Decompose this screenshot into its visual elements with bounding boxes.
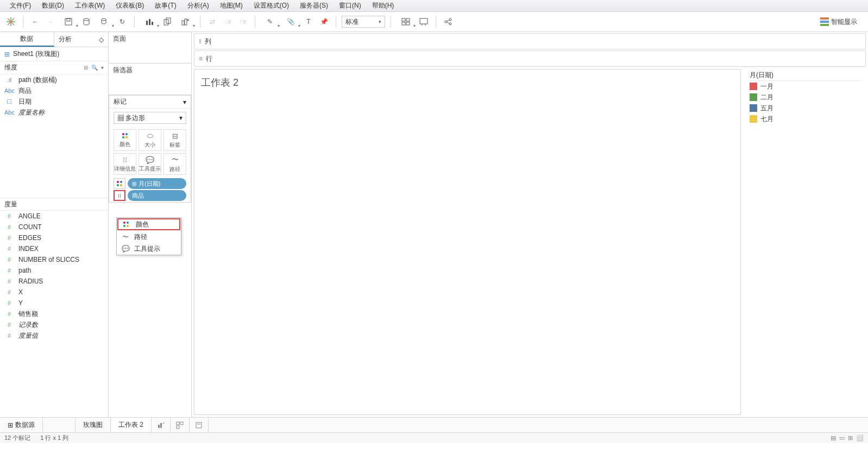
new-datasource-icon[interactable] [80, 15, 93, 28]
presentation-icon[interactable] [417, 15, 430, 28]
field-label: RADIUS [18, 278, 104, 285]
pill-pre-color-icon[interactable] [114, 178, 125, 189]
menu-data[interactable]: 数据(D) [36, 0, 70, 11]
label-icon[interactable]: T [302, 15, 315, 28]
dimension-field[interactable]: Abc度量名称 [0, 107, 108, 118]
tab-datasource[interactable]: ⊞数据源 [0, 418, 43, 432]
filters-shelf[interactable]: 筛选器 [109, 64, 191, 77]
measure-field[interactable]: #NUMBER of SLICCS [0, 254, 108, 265]
smart-show-button[interactable]: 智能显示 [820, 17, 864, 27]
duplicate-icon[interactable] [161, 15, 174, 28]
group-icon[interactable]: 📎 [281, 15, 300, 28]
pill-pre-detail-icon[interactable]: ⁝⁝ [114, 190, 125, 201]
swap-icon[interactable]: ⇄ [206, 15, 219, 28]
pill-product[interactable]: ⁝⁝ 商品 [114, 190, 186, 201]
sort-desc-icon[interactable]: ↑≡ [236, 15, 249, 28]
context-item-color[interactable]: 颜色 [117, 218, 180, 230]
menubar[interactable]: 文件(F) 数据(D) 工作表(W) 仪表板(B) 故事(T) 分析(A) 地图… [0, 0, 868, 12]
view-grid-icon[interactable]: ⊞ [848, 434, 853, 442]
dimension-field[interactable]: ☐日期 [0, 96, 108, 107]
highlight-icon[interactable]: ✎ [261, 15, 279, 28]
measure-field[interactable]: #度量值 [0, 330, 108, 341]
svg-rect-41 [158, 425, 160, 428]
view-full-icon[interactable]: ⬜ [856, 434, 864, 442]
context-menu[interactable]: 颜色 〜路径 💬工具提示 [116, 217, 181, 255]
logo-icon[interactable] [4, 15, 17, 28]
context-item-path[interactable]: 〜路径 [117, 231, 181, 243]
tab-rose[interactable]: 玫瑰图 [76, 418, 111, 432]
measure-field[interactable]: #INDEX [0, 243, 108, 254]
measure-field[interactable]: #COUNT [0, 222, 108, 232]
legend-item[interactable]: 五月 [750, 103, 861, 114]
tab-analysis[interactable]: 分析◇ [54, 32, 109, 47]
measure-field[interactable]: #EDGES [0, 232, 108, 243]
menu-server[interactable]: 服务器(S) [294, 0, 334, 11]
forward-icon[interactable]: → [44, 15, 57, 28]
new-worksheet-icon[interactable] [140, 15, 159, 28]
clear-icon[interactable] [176, 15, 194, 28]
refresh-icon[interactable] [95, 15, 114, 28]
save-icon[interactable] [59, 15, 78, 28]
menu-worksheet[interactable]: 工作表(W) [70, 0, 110, 11]
mark-type-selector[interactable]: ▦ 多边形▾ [114, 112, 186, 124]
menu-caret-icon[interactable]: ▾ [101, 65, 104, 71]
measure-field[interactable]: #X [0, 287, 108, 298]
new-story-tab-icon[interactable] [190, 418, 209, 432]
tab-worksheet2[interactable]: 工作表 2 [111, 418, 152, 432]
view-film-icon[interactable]: ▤ [831, 434, 836, 442]
measure-field[interactable]: #path [0, 265, 108, 276]
new-dashboard-tab-icon[interactable] [171, 418, 190, 432]
new-worksheet-tab-icon[interactable]: + [152, 418, 171, 432]
sort-asc-icon[interactable]: ↓≡ [221, 15, 234, 28]
mark-path-button[interactable]: 〜路径 [163, 153, 186, 175]
menu-help[interactable]: 帮助(H) [367, 0, 400, 11]
share-icon[interactable] [442, 15, 455, 28]
marks-header[interactable]: 标记▾ [109, 96, 191, 109]
dimension-field[interactable]: Abc商品 [0, 85, 108, 96]
field-type-icon: # [4, 224, 14, 230]
view-slide-icon[interactable]: ▭ [839, 434, 845, 442]
legend-item[interactable]: 一月 [750, 81, 861, 92]
measure-field[interactable]: #ANGLE [0, 211, 108, 222]
worksheet-title[interactable]: 工作表 2 [201, 76, 734, 89]
worksheet-canvas[interactable]: 工作表 2 [194, 69, 741, 415]
rows-shelf[interactable]: ≡行 [194, 51, 866, 67]
tab-data[interactable]: 数据 [0, 32, 54, 47]
mark-label-button[interactable]: ⊟标签 [163, 129, 186, 151]
context-item-tooltip[interactable]: 💬工具提示 [117, 243, 181, 255]
legend-title[interactable]: 月(日期) [750, 70, 861, 81]
reload-icon[interactable]: ↻ [116, 15, 129, 28]
menu-window[interactable]: 窗口(N) [334, 0, 367, 11]
datasource-item[interactable]: ⊞ Sheet1 (玫瑰图) [0, 47, 108, 61]
field-type-icon: Abc [4, 109, 14, 116]
legend-item[interactable]: 二月 [750, 92, 861, 103]
dimension-field[interactable]: .ılpath (数据桶) [0, 74, 108, 85]
menu-analysis[interactable]: 分析(A) [182, 0, 215, 11]
measure-field[interactable]: #记录数 [0, 319, 108, 330]
menu-file[interactable]: 文件(F) [4, 0, 36, 11]
menu-dashboard[interactable]: 仪表板(B) [110, 0, 149, 11]
mark-tooltip-button[interactable]: 💬工具提示 [139, 153, 161, 175]
fit-selector[interactable]: 标准▾ [342, 16, 385, 28]
field-type-icon: # [4, 321, 14, 328]
columns-shelf[interactable]: ⦀列 [194, 33, 866, 49]
legend-item[interactable]: 七月 [750, 114, 861, 124]
menu-map[interactable]: 地图(M) [215, 0, 248, 11]
mark-detail-button[interactable]: ⁝⁝详细信息 [114, 153, 136, 175]
mark-size-button[interactable]: ⬭大小 [139, 129, 161, 151]
pages-shelf[interactable]: 页面 [109, 32, 191, 45]
svg-line-28 [447, 22, 449, 23]
mark-color-button[interactable]: 颜色 [114, 129, 136, 151]
measure-field[interactable]: #Y [0, 298, 108, 308]
search-icon[interactable]: 🔍 [91, 65, 98, 71]
measure-field[interactable]: #RADIUS [0, 276, 108, 287]
columns-icon: ⦀ [199, 37, 202, 45]
back-icon[interactable]: ← [29, 15, 42, 28]
view-icon[interactable]: ⊞ [84, 65, 88, 71]
measure-field[interactable]: #销售额 [0, 308, 108, 319]
menu-format[interactable]: 设置格式(O) [248, 0, 294, 11]
pin-icon[interactable]: 📌 [317, 15, 330, 28]
menu-story[interactable]: 故事(T) [149, 0, 181, 11]
show-cards-icon[interactable] [397, 15, 415, 28]
pill-month[interactable]: ⊞月(日期) [114, 178, 186, 189]
